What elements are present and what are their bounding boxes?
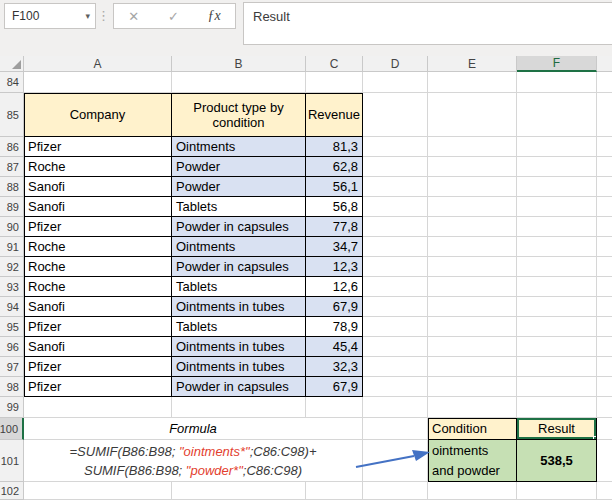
cell-empty[interactable]: [428, 317, 517, 337]
cell-empty[interactable]: [517, 482, 597, 500]
column-header-d[interactable]: D: [363, 56, 428, 72]
cell-company[interactable]: Pfizer: [24, 357, 172, 377]
cell-empty[interactable]: [363, 277, 428, 297]
cell-empty[interactable]: [597, 418, 612, 440]
name-box-dropdown-icon[interactable]: ▾: [85, 11, 90, 21]
cell-empty[interactable]: [517, 397, 597, 418]
cell-company[interactable]: Sanofi: [24, 197, 172, 217]
cell-empty[interactable]: [597, 237, 612, 257]
cell-company[interactable]: Sanofi: [24, 297, 172, 317]
cell-product[interactable]: Powder in capsules: [172, 377, 306, 397]
formula-title-cell[interactable]: Formula: [24, 418, 363, 440]
cell-empty[interactable]: [428, 93, 517, 137]
cell-company[interactable]: Roche: [24, 237, 172, 257]
enter-icon[interactable]: ✓: [168, 9, 179, 24]
cell-empty[interactable]: [24, 397, 172, 418]
cell-empty[interactable]: [597, 357, 612, 377]
cell-empty[interactable]: [517, 157, 597, 177]
cell-empty[interactable]: [597, 72, 612, 93]
row-header[interactable]: 97: [0, 357, 24, 377]
row-header[interactable]: 95: [0, 317, 24, 337]
row-header[interactable]: 92: [0, 257, 24, 277]
cell-empty[interactable]: [428, 357, 517, 377]
cell-empty[interactable]: [428, 217, 517, 237]
cell-empty[interactable]: [363, 418, 428, 440]
cell-empty[interactable]: [517, 277, 597, 297]
column-header-b[interactable]: B: [172, 56, 306, 72]
cell-company[interactable]: Pfizer: [24, 137, 172, 157]
cell-company[interactable]: Pfizer: [24, 377, 172, 397]
cell-empty[interactable]: [597, 377, 612, 397]
cell-revenue[interactable]: 67,9: [306, 377, 363, 397]
cell-empty[interactable]: [517, 377, 597, 397]
cell-empty[interactable]: [24, 482, 172, 500]
fill-handle[interactable]: [593, 436, 597, 440]
cell-product[interactable]: Ointments in tubes: [172, 337, 306, 357]
row-header[interactable]: 101: [0, 440, 24, 482]
cell-empty[interactable]: [363, 157, 428, 177]
cell-empty[interactable]: [597, 257, 612, 277]
row-header[interactable]: 87: [0, 157, 24, 177]
cell-empty[interactable]: [597, 197, 612, 217]
cancel-icon[interactable]: ✕: [128, 9, 139, 24]
cell-product[interactable]: Ointments in tubes: [172, 357, 306, 377]
cell-empty[interactable]: [517, 357, 597, 377]
cell-empty[interactable]: [517, 317, 597, 337]
cell-empty[interactable]: [517, 297, 597, 317]
row-header[interactable]: 84: [0, 72, 24, 93]
row-header[interactable]: 96: [0, 337, 24, 357]
cell-empty[interactable]: [597, 177, 612, 197]
cell-revenue[interactable]: 62,8: [306, 157, 363, 177]
cell-empty[interactable]: [428, 72, 517, 93]
cell-empty[interactable]: [597, 317, 612, 337]
cell-product[interactable]: Ointments: [172, 237, 306, 257]
result-label-cell-selected[interactable]: Result: [517, 418, 597, 440]
cell-empty[interactable]: [597, 440, 612, 482]
cell-revenue[interactable]: 34,7: [306, 237, 363, 257]
cell-product[interactable]: Powder in capsules: [172, 257, 306, 277]
cell-empty[interactable]: [597, 93, 612, 137]
row-header[interactable]: 88: [0, 177, 24, 197]
condition-value-cell[interactable]: ointments and powder: [428, 440, 517, 482]
cell-empty[interactable]: [363, 357, 428, 377]
cell-empty[interactable]: [428, 137, 517, 157]
cell-empty[interactable]: [363, 482, 428, 500]
cell-revenue[interactable]: 45,4: [306, 337, 363, 357]
row-header[interactable]: 99: [0, 397, 24, 418]
cell-empty[interactable]: [363, 93, 428, 137]
cell-revenue[interactable]: 78,9: [306, 317, 363, 337]
cell-empty[interactable]: [428, 297, 517, 317]
column-header-e[interactable]: E: [428, 56, 517, 72]
cell-empty[interactable]: [363, 337, 428, 357]
cell-product[interactable]: Powder: [172, 177, 306, 197]
cell-product[interactable]: Ointments: [172, 137, 306, 157]
cell-product[interactable]: Powder: [172, 157, 306, 177]
cell-empty[interactable]: [597, 337, 612, 357]
row-header[interactable]: 85: [0, 93, 24, 137]
formula-bar-input[interactable]: Result: [243, 2, 612, 45]
row-header[interactable]: 93: [0, 277, 24, 297]
cell-empty[interactable]: [363, 397, 428, 418]
cell-empty[interactable]: [428, 377, 517, 397]
cell-empty[interactable]: [363, 197, 428, 217]
formula-text-cell[interactable]: =SUMIF(B86:B98; "ointments*";C86:C98)+ S…: [24, 440, 363, 482]
cell-empty[interactable]: [428, 197, 517, 217]
cell-empty[interactable]: [363, 177, 428, 197]
cell-empty[interactable]: [517, 93, 597, 137]
row-header[interactable]: 86: [0, 137, 24, 157]
cell-empty[interactable]: [517, 197, 597, 217]
table-header-product[interactable]: Product type by condition: [172, 93, 306, 137]
cell-empty[interactable]: [597, 217, 612, 237]
table-header-company[interactable]: Company: [24, 93, 172, 137]
cell-product[interactable]: Tablets: [172, 277, 306, 297]
cell-empty[interactable]: [172, 482, 306, 500]
cell-empty[interactable]: [363, 217, 428, 237]
column-header-f-selected[interactable]: F: [517, 56, 597, 72]
cell-empty[interactable]: [363, 237, 428, 257]
column-header-a[interactable]: A: [24, 56, 172, 72]
column-header-c[interactable]: C: [306, 56, 363, 72]
cell-product[interactable]: Powder in capsules: [172, 217, 306, 237]
cell-company[interactable]: Roche: [24, 277, 172, 297]
row-header[interactable]: 89: [0, 197, 24, 217]
result-value-cell[interactable]: 538,5: [517, 440, 597, 482]
